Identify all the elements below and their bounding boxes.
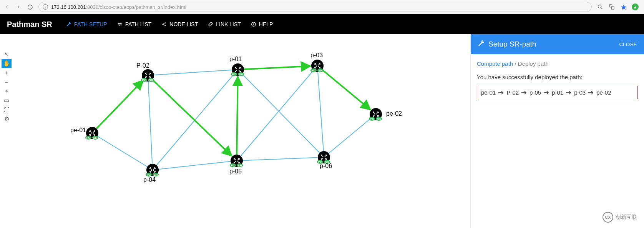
watermark-logo: CX (603, 212, 613, 223)
tab-help[interactable]: HELP (251, 21, 273, 27)
tool-settings[interactable]: ⚙ (2, 114, 12, 123)
node-label: pe-02 (386, 110, 402, 117)
svg-point-0 (598, 5, 601, 8)
node-p-04[interactable] (146, 164, 159, 176)
tool-hand[interactable]: ✋ (2, 59, 12, 68)
zoom-icon[interactable] (597, 4, 603, 10)
extension-icon[interactable]: ▲ (632, 3, 639, 10)
deployed-path-box: pe-01P-02p-05p-01p-03pe-02 (477, 86, 638, 99)
node-p-03[interactable] (310, 60, 324, 72)
node-label: p-05 (229, 168, 242, 175)
panel-header: Setup SR-path CLOSE (471, 34, 644, 54)
path-hop: p-05 (529, 89, 541, 96)
node-label: p-03 (310, 52, 323, 58)
swap-icon (117, 22, 123, 27)
node-pe-01[interactable] (85, 127, 98, 140)
tab-label: HELP (259, 21, 273, 27)
tool-zoom-in[interactable]: ＋ (2, 68, 12, 77)
node-p-05[interactable] (230, 155, 243, 167)
svg-point-7 (165, 25, 166, 26)
svg-line-28 (92, 80, 143, 133)
watermark-text: 创新互联 (616, 214, 637, 221)
tab-path-list[interactable]: PATH LIST (117, 21, 152, 27)
arrow-icon (588, 91, 594, 95)
svg-point-12 (253, 23, 254, 23)
svg-line-8 (163, 23, 165, 24)
breadcrumb-deploy: Deploy path (518, 60, 549, 67)
svg-line-19 (148, 75, 153, 170)
node-label: pe-01 (70, 127, 86, 133)
share-icon (161, 22, 167, 27)
arrow-icon (498, 91, 504, 95)
svg-line-30 (237, 77, 238, 161)
tool-zoom[interactable]: ⌖ (2, 87, 12, 96)
wrench-icon (478, 40, 485, 49)
node-pe-02[interactable] (369, 108, 382, 121)
svg-line-29 (148, 75, 232, 156)
path-hop: p-01 (552, 89, 563, 96)
svg-line-31 (238, 66, 310, 70)
deploy-success-message: You have successfully deployed the path: (477, 74, 638, 80)
wrench-icon (66, 22, 71, 27)
svg-marker-4 (621, 5, 627, 10)
svg-line-26 (317, 66, 324, 157)
canvas-toolbar: ↖ ✋ ＋ − ⌖ ▭ ⛶ ⚙ (2, 50, 13, 123)
svg-line-18 (92, 133, 153, 170)
site-info-icon[interactable]: i (43, 4, 48, 10)
tool-zoom-out[interactable]: − (2, 77, 12, 87)
panel-close-button[interactable]: CLOSE (619, 42, 637, 47)
arrow-icon (521, 91, 527, 95)
svg-line-27 (324, 114, 376, 157)
tool-pointer[interactable]: ↖ (2, 50, 12, 59)
path-hop: pe-02 (596, 89, 611, 96)
svg-line-24 (237, 66, 317, 161)
svg-line-25 (237, 157, 324, 161)
path-hop: P-02 (506, 89, 519, 96)
tab-label: PATH SETUP (74, 21, 107, 27)
svg-line-20 (148, 70, 238, 75)
panel-breadcrumb: Compute path / Deploy path (477, 60, 638, 67)
forward-button[interactable] (15, 4, 22, 10)
arrow-icon (566, 91, 572, 95)
app-navbar: Pathman SR PATH SETUP PATH LIST NODE LIS… (0, 14, 644, 34)
node-P-02[interactable] (141, 69, 154, 82)
path-hop: p-03 (574, 89, 586, 96)
address-bar[interactable]: i 172.16.100.201:8020/cisco-ctao/apps/pa… (38, 2, 592, 12)
node-label: p-01 (229, 56, 242, 62)
arrow-icon (543, 91, 549, 95)
node-p-01[interactable] (231, 63, 244, 76)
bookmark-star-icon[interactable] (620, 4, 626, 10)
browser-toolbar: i 172.16.100.201:8020/cisco-ctao/apps/pa… (0, 0, 644, 14)
svg-line-22 (153, 161, 237, 170)
side-panel: Setup SR-path CLOSE Compute path / Deplo… (470, 34, 644, 228)
tab-label: LINK LIST (216, 21, 241, 27)
app-title: Pathman SR (7, 20, 52, 29)
node-p-06[interactable] (317, 151, 330, 164)
svg-line-9 (163, 25, 165, 25)
topology-svg: PC SR pe-01P-02p-04p-01p-05p-03p-06pe-02 (0, 34, 470, 228)
watermark: CX 创新互联 (603, 212, 637, 223)
tab-label: NODE LIST (169, 21, 198, 27)
svg-line-32 (317, 66, 370, 110)
info-icon (251, 22, 256, 27)
svg-line-1 (601, 8, 603, 9)
reload-button[interactable] (27, 4, 33, 10)
svg-point-6 (165, 22, 166, 23)
node-label: P-02 (136, 62, 149, 69)
tab-path-setup[interactable]: PATH SETUP (66, 21, 107, 27)
panel-title: Setup SR-path (488, 40, 536, 48)
breadcrumb-compute[interactable]: Compute path (477, 60, 513, 67)
tab-node-list[interactable]: NODE LIST (161, 21, 198, 27)
tab-label: PATH LIST (125, 21, 152, 27)
translate-icon[interactable] (609, 4, 615, 10)
path-hop: pe-01 (481, 89, 496, 96)
tool-fit[interactable]: ▭ (2, 96, 12, 105)
node-label: p-04 (143, 176, 156, 183)
back-button[interactable] (4, 4, 10, 10)
tool-fullscreen[interactable]: ⛶ (2, 105, 12, 114)
node-label: p-06 (320, 163, 332, 169)
topology-canvas[interactable]: ↖ ✋ ＋ − ⌖ ▭ ⛶ ⚙ (0, 34, 470, 228)
link-icon (208, 22, 213, 27)
url-host: 172.16.100.201:8020/cisco-ctao/apps/path… (51, 4, 186, 10)
tab-link-list[interactable]: LINK LIST (208, 21, 241, 27)
